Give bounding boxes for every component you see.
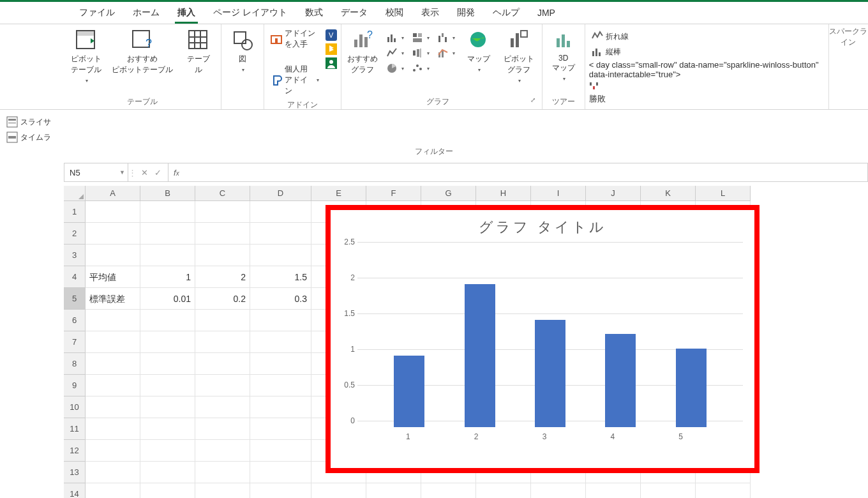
cell-B3[interactable]	[140, 245, 195, 266]
menu-review[interactable]: 校閲	[377, 2, 412, 24]
cell-D3[interactable]	[250, 245, 311, 266]
cell-A10[interactable]	[86, 396, 140, 418]
menu-developer[interactable]: 開発	[448, 2, 484, 24]
cell-A1[interactable]	[86, 201, 140, 223]
row-header-11[interactable]: 11	[64, 418, 86, 440]
cell-B4[interactable]: 1	[140, 266, 195, 288]
cell-A4[interactable]: 平均値	[86, 266, 140, 288]
menu-page-layout[interactable]: ページ レイアウト	[204, 2, 296, 24]
illustrations-button[interactable]: 図 ▾	[225, 27, 260, 75]
row-header-12[interactable]: 12	[64, 440, 86, 462]
menu-jmp[interactable]: JMP	[528, 2, 564, 24]
cell-A8[interactable]	[86, 353, 140, 375]
menu-help[interactable]: ヘルプ	[484, 2, 528, 24]
cell-D1[interactable]	[250, 201, 311, 223]
column-header-K[interactable]: K	[641, 186, 696, 201]
column-header-H[interactable]: H	[476, 186, 531, 201]
row-header-9[interactable]: 9	[64, 375, 86, 396]
cell-C2[interactable]	[195, 223, 250, 245]
cell-D4[interactable]: 1.5	[250, 266, 311, 288]
column-header-J[interactable]: J	[586, 186, 641, 201]
cell-C10[interactable]	[195, 396, 250, 418]
cell-B13[interactable]	[140, 462, 195, 483]
cell-C6[interactable]	[195, 310, 250, 331]
column-header-I[interactable]: I	[531, 186, 586, 201]
cell-D10[interactable]	[250, 396, 311, 418]
sparkline-column-button[interactable]: 縦棒	[589, 45, 825, 59]
column-header-L[interactable]: L	[696, 186, 751, 201]
cell-D6[interactable]	[250, 310, 311, 331]
cell-A11[interactable]	[86, 418, 140, 440]
visio-icon[interactable]: V	[326, 29, 337, 41]
cell-B2[interactable]	[140, 223, 195, 245]
cancel-formula-button[interactable]: ✕	[141, 168, 148, 177]
row-header-2[interactable]: 2	[64, 223, 86, 245]
cell-A7[interactable]	[86, 331, 140, 353]
cell-C8[interactable]	[195, 353, 250, 375]
column-header-B[interactable]: B	[140, 186, 195, 201]
cell-L14[interactable]	[696, 483, 751, 498]
row-header-4[interactable]: 4	[64, 266, 86, 288]
cell-I14[interactable]	[531, 483, 586, 498]
recommended-charts-button[interactable]: ? おすすめ グラフ	[345, 27, 380, 78]
row-header-7[interactable]: 7	[64, 331, 86, 353]
cell-D12[interactable]	[250, 440, 311, 462]
cell-E14[interactable]	[311, 483, 366, 498]
bing-icon[interactable]	[326, 43, 337, 55]
row-header-10[interactable]: 10	[64, 396, 86, 418]
chart-bar[interactable]	[676, 349, 707, 427]
waterfall-chart-button[interactable]: ▾	[435, 31, 458, 45]
column-header-E[interactable]: E	[311, 186, 366, 201]
table-button[interactable]: テーブル	[180, 27, 218, 78]
pivot-chart-button[interactable]: ピボットグラフ ▾	[500, 27, 538, 86]
cell-K14[interactable]	[641, 483, 696, 498]
cell-D5[interactable]: 0.3	[250, 288, 311, 310]
cell-C13[interactable]	[195, 462, 250, 483]
people-icon[interactable]	[326, 57, 337, 69]
menu-file[interactable]: ファイル	[70, 2, 124, 24]
cell-A14[interactable]	[86, 483, 140, 498]
cell-B9[interactable]	[140, 375, 195, 396]
column-header-G[interactable]: G	[421, 186, 476, 201]
cell-F14[interactable]	[366, 483, 421, 498]
menu-insert[interactable]: 挿入	[168, 2, 204, 24]
cell-D2[interactable]	[250, 223, 311, 245]
chart-object[interactable]: グラフ タイトル 00.511.522.5 12345	[326, 205, 760, 473]
cell-D11[interactable]	[250, 418, 311, 440]
row-header-8[interactable]: 8	[64, 353, 86, 375]
cell-A6[interactable]	[86, 310, 140, 331]
timeline-button[interactable]: タイムラ	[4, 130, 54, 144]
menu-data[interactable]: データ	[332, 2, 377, 24]
column-header-D[interactable]: D	[250, 186, 311, 201]
cell-B7[interactable]	[140, 331, 195, 353]
cell-C12[interactable]	[195, 440, 250, 462]
menu-view[interactable]: 表示	[412, 2, 448, 24]
dialog-launcher-icon[interactable]: ⤢	[530, 96, 538, 103]
cell-B14[interactable]	[140, 483, 195, 498]
cell-C1[interactable]	[195, 201, 250, 223]
cell-D9[interactable]	[250, 375, 311, 396]
combo-chart-button[interactable]: ▾	[435, 46, 458, 60]
column-header-F[interactable]: F	[366, 186, 421, 201]
maps-button[interactable]: マップ ▾	[461, 27, 496, 75]
cell-A13[interactable]	[86, 462, 140, 483]
pie-chart-button[interactable]: ▾	[384, 61, 407, 75]
cell-C3[interactable]	[195, 245, 250, 266]
cell-D7[interactable]	[250, 331, 311, 353]
chart-bar[interactable]	[394, 356, 424, 427]
chart-bar[interactable]	[605, 334, 636, 427]
3d-map-button[interactable]: 3D マップ ▾	[546, 27, 581, 84]
cell-A3[interactable]	[86, 245, 140, 266]
select-all-corner[interactable]	[64, 186, 86, 201]
statistic-chart-button[interactable]: ▾	[409, 46, 432, 60]
sparkline-line-button[interactable]: 折れ線	[589, 29, 825, 43]
chart-bar[interactable]	[465, 284, 495, 427]
cell-B6[interactable]	[140, 310, 195, 331]
cell-C4[interactable]: 2	[195, 266, 250, 288]
row-header-13[interactable]: 13	[64, 462, 86, 483]
column-chart-button[interactable]: ▾	[384, 31, 407, 45]
cell-H14[interactable]	[476, 483, 531, 498]
chart-bar[interactable]	[535, 320, 565, 427]
cell-D13[interactable]	[250, 462, 311, 483]
row-header-14[interactable]: 14	[64, 483, 86, 498]
